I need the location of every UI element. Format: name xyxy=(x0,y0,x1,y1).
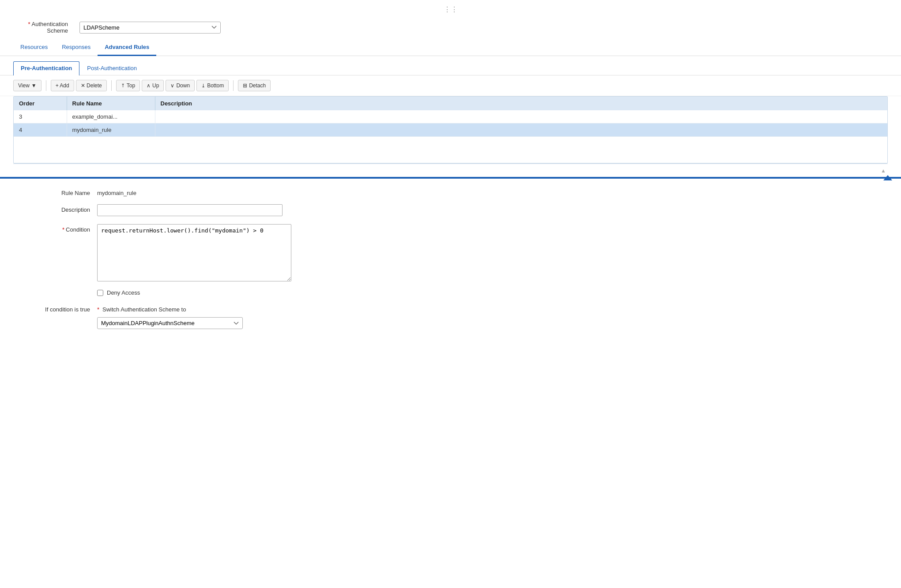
deny-access-checkbox[interactable] xyxy=(97,290,103,296)
view-button[interactable]: View ▼ xyxy=(13,80,41,91)
switch-auth-label: * Switch Authentication Scheme to xyxy=(97,304,243,313)
description-input[interactable] xyxy=(97,204,283,216)
condition-label: *Condition xyxy=(26,224,97,233)
cell-rulename-2: mydomain_rule xyxy=(67,124,155,137)
cell-order-1: 3 xyxy=(14,110,67,124)
detach-icon: ⊞ xyxy=(243,82,247,89)
resize-area[interactable]: ▲ xyxy=(13,164,888,177)
delete-button[interactable]: ✕ Delete xyxy=(76,80,107,91)
cell-desc-2 xyxy=(155,124,887,137)
bottom-label: Bottom xyxy=(207,82,224,89)
add-label: + Add xyxy=(56,82,69,89)
top-icon: ⤒ xyxy=(121,83,125,89)
view-label: View xyxy=(18,82,30,89)
tab-advanced-rules[interactable]: Advanced Rules xyxy=(98,40,156,56)
up-label: Up xyxy=(152,82,159,89)
sub-tabs: Pre-Authentication Post-Authentication xyxy=(0,61,901,75)
col-header-order: Order xyxy=(14,97,67,110)
toolbar: View ▼ + Add ✕ Delete ⤒ Top ∧ Up ∨ Down … xyxy=(0,75,901,96)
condition-required-star: * xyxy=(62,226,64,233)
bottom-icon: ⤓ xyxy=(201,83,205,89)
top-button[interactable]: ⤒ Top xyxy=(116,80,140,91)
bottom-button[interactable]: ⤓ Bottom xyxy=(196,80,229,91)
switch-auth-required-star: * xyxy=(97,306,99,313)
rules-table-container: Order Rule Name Description 3 example_do… xyxy=(13,96,888,164)
rules-table: Order Rule Name Description 3 example_do… xyxy=(14,97,887,163)
switch-auth-select[interactable]: MydomainLDAPPluginAuthnScheme xyxy=(97,317,243,329)
auth-scheme-label: *AuthenticationScheme xyxy=(13,21,75,34)
rule-name-row: Rule Name mydomain_rule xyxy=(26,187,875,196)
up-button[interactable]: ∧ Up xyxy=(142,80,164,91)
toolbar-separator-3 xyxy=(233,80,234,91)
tab-responses[interactable]: Responses xyxy=(55,40,98,56)
page-container: ⋮⋮ *AuthenticationScheme LDAPScheme Reso… xyxy=(0,0,901,588)
down-icon: ∨ xyxy=(170,82,174,89)
add-button[interactable]: + Add xyxy=(51,80,74,91)
auth-scheme-select[interactable]: LDAPScheme xyxy=(79,22,221,34)
drag-handle: ⋮⋮ xyxy=(0,4,901,16)
detail-form: Rule Name mydomain_rule Description *Con… xyxy=(0,179,901,348)
auth-scheme-row: *AuthenticationScheme LDAPScheme xyxy=(0,16,901,40)
toolbar-separator-1 xyxy=(46,80,46,91)
cell-desc-1 xyxy=(155,110,887,124)
detach-label: Detach xyxy=(249,82,266,89)
deny-access-row: Deny Access xyxy=(26,289,875,296)
description-label: Description xyxy=(26,204,97,213)
resize-handle-icon: ▲ xyxy=(881,168,886,174)
condition-row: *Condition request.returnHost.lower().fi… xyxy=(26,224,875,281)
detach-button[interactable]: ⊞ Detach xyxy=(238,80,271,91)
table-header-row: Order Rule Name Description xyxy=(14,97,887,110)
toolbar-separator-2 xyxy=(111,80,112,91)
main-tabs: Resources Responses Advanced Rules xyxy=(0,40,901,56)
empty-row xyxy=(14,137,887,163)
delete-label: ✕ Delete xyxy=(81,82,102,89)
rule-name-value: mydomain_rule xyxy=(97,187,136,196)
col-header-description: Description xyxy=(155,97,887,110)
down-button[interactable]: ∨ Down xyxy=(166,80,195,91)
cell-order-2: 4 xyxy=(14,124,67,137)
required-star: * xyxy=(28,21,30,27)
down-label: Down xyxy=(176,82,190,89)
table-row[interactable]: 4 mydomain_rule xyxy=(14,124,887,137)
deny-access-label: Deny Access xyxy=(107,289,140,296)
view-dropdown-icon: ▼ xyxy=(31,82,37,89)
tab-post-authentication[interactable]: Post-Authentication xyxy=(79,61,144,75)
if-condition-section: If condition is true * Switch Authentica… xyxy=(26,304,875,329)
blue-divider xyxy=(0,177,901,179)
if-condition-content: * Switch Authentication Scheme to Mydoma… xyxy=(97,304,243,329)
description-row: Description xyxy=(26,204,875,216)
col-header-rulename: Rule Name xyxy=(67,97,155,110)
cell-rulename-1: example_domai... xyxy=(67,110,155,124)
tab-resources[interactable]: Resources xyxy=(13,40,55,56)
if-condition-label: If condition is true xyxy=(26,304,97,313)
tab-pre-authentication[interactable]: Pre-Authentication xyxy=(13,61,79,75)
rule-name-label: Rule Name xyxy=(26,187,97,196)
top-label: Top xyxy=(127,82,135,89)
deny-access-spacer xyxy=(26,289,97,292)
table-row[interactable]: 3 example_domai... xyxy=(14,110,887,124)
condition-textarea[interactable]: request.returnHost.lower().find("mydomai… xyxy=(97,224,291,281)
up-icon: ∧ xyxy=(147,82,151,89)
